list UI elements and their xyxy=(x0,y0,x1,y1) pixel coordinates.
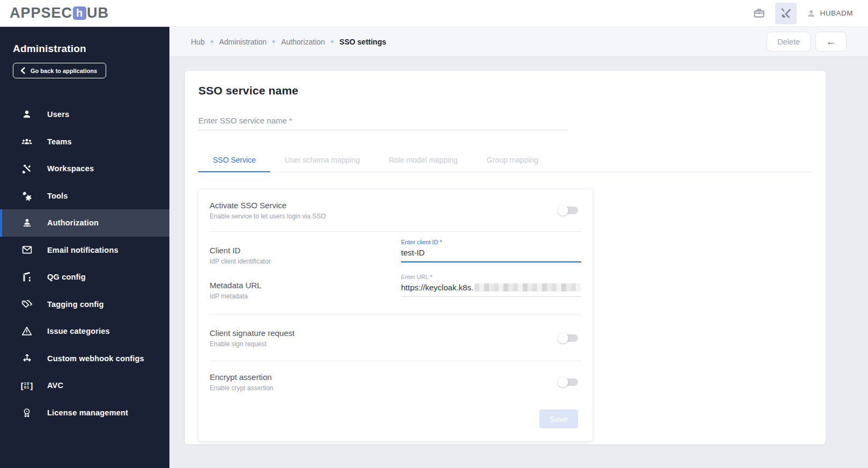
user-icon xyxy=(806,9,816,18)
sidebar-item-label: Workspaces xyxy=(47,164,94,173)
row-labels: Client signature request Enable sign req… xyxy=(210,328,294,348)
encrypt-assertion-toggle[interactable] xyxy=(559,377,578,387)
row-metadata-url: Metadata URL IdP metadata Enter URL * ht… xyxy=(198,268,592,315)
sso-card: SSO service name SSO Service User schema… xyxy=(185,71,826,444)
tab-sso-service[interactable]: SSO Service xyxy=(198,148,270,172)
sidebar-item-issue-categories[interactable]: Issue categories xyxy=(0,318,169,345)
sidebar-item-label: Tools xyxy=(47,192,68,200)
row-sublabel: Enable service to let users login via SS… xyxy=(210,213,326,220)
sidebar-menu: Users Teams Workspaces Tools xyxy=(0,101,169,426)
row-client-signature-request: Client signature request Enable sign req… xyxy=(198,315,592,361)
sidebar-item-tagging-config[interactable]: Tagging config xyxy=(0,291,169,318)
save-button[interactable]: Save xyxy=(539,410,578,428)
row-labels: Activate SSO Service Enable service to l… xyxy=(210,201,326,220)
sidebar-item-custom-webhook-configs[interactable]: Custom webhook configs xyxy=(0,345,169,372)
breadcrumb-authorization[interactable]: Authorization xyxy=(281,38,325,46)
metadata-url-underline xyxy=(401,296,581,297)
row-client-id: Client ID IdP client identificator Enter… xyxy=(198,232,592,268)
sidebar-item-tools[interactable]: Tools xyxy=(0,182,169,210)
back-arrow-icon: ← xyxy=(826,36,836,47)
breadcrumb-dot xyxy=(211,40,213,43)
redacted-url-blur xyxy=(474,283,581,291)
metadata-url-field: Enter URL * https://keycloak.k8s. xyxy=(401,274,581,297)
client-id-input[interactable]: test-ID xyxy=(401,245,581,261)
breadcrumb: Hub Administration Authorization SSO set… xyxy=(191,38,386,46)
sidebar-item-label: Teams xyxy=(47,137,72,146)
metadata-url-field-label: Enter URL * xyxy=(401,274,581,280)
sidebar-item-license-management[interactable]: License management xyxy=(0,399,169,427)
row-label: Encrypt assertion xyxy=(210,372,273,382)
sidebar-item-label: AVC xyxy=(47,381,63,390)
logo-prefix: APPSEC xyxy=(10,5,72,21)
delete-button[interactable]: Delete xyxy=(767,32,811,52)
sidebar-item-avc[interactable]: [1001] AVC xyxy=(0,372,169,399)
sidebar-item-label: License management xyxy=(47,408,128,417)
row-sublabel: Enable sign request xyxy=(210,340,294,348)
sidebar-item-workspaces[interactable]: Workspaces xyxy=(0,155,169,182)
go-back-to-applications-button[interactable]: Go back to applications xyxy=(13,63,106,78)
tools-icon[interactable] xyxy=(775,3,797,24)
sidebar-item-label: QG config xyxy=(47,273,86,281)
logo-suffix: UB xyxy=(87,5,109,21)
user-icon xyxy=(20,108,33,121)
tab-user-schema-mapping[interactable]: User schema mapping xyxy=(270,148,374,172)
envelope-icon xyxy=(20,244,33,257)
row-labels: Encrypt assertion Enable crypt assertion xyxy=(210,372,273,392)
sidebar: Administration Go back to applications U… xyxy=(0,27,169,468)
sidebar-item-users[interactable]: Users xyxy=(0,101,169,128)
sidebar-header: Administration Go back to applications xyxy=(0,27,169,78)
breadcrumb-hub[interactable]: Hub xyxy=(191,38,205,46)
sidebar-title: Administration xyxy=(13,43,157,55)
breadcrumb-dot xyxy=(331,40,333,43)
briefcase-icon[interactable] xyxy=(748,3,770,24)
logo-tile-letter: h xyxy=(76,7,83,19)
row-label: Activate SSO Service xyxy=(210,201,326,210)
breadcrumb-sso-settings: SSO settings xyxy=(339,38,386,46)
manage-account-icon xyxy=(20,216,33,229)
row-activate-sso-service: Activate SSO Service Enable service to l… xyxy=(198,189,592,231)
client-id-field-label: Enter client ID * xyxy=(401,239,581,245)
back-arrow-button[interactable]: ← xyxy=(815,32,847,52)
row-label: Metadata URL xyxy=(210,281,262,290)
row-sublabel: Enable crypt assertion xyxy=(210,384,273,392)
toggle-knob xyxy=(558,205,568,216)
breadcrumb-administration[interactable]: Administration xyxy=(219,38,267,46)
main-content: SSO service name SSO Service User schema… xyxy=(169,57,868,468)
sidebar-item-label: Issue categories xyxy=(47,327,110,335)
panel-footer: Save xyxy=(198,403,592,434)
metadata-url-value: https://keycloak.k8s. xyxy=(401,283,473,292)
breadcrumb-dot xyxy=(272,40,275,43)
sidebar-item-label: Tagging config xyxy=(47,300,104,309)
sidebar-item-authorization[interactable]: Authorization xyxy=(0,209,169,237)
row-labels: Client ID IdP client identificator xyxy=(210,246,271,265)
toggle-knob xyxy=(558,333,568,343)
row-label: Client signature request xyxy=(210,328,294,338)
sidebar-item-email-notifications[interactable]: Email notifications xyxy=(0,237,169,264)
sidebar-item-qg-config[interactable]: QG config xyxy=(0,264,169,291)
tab-role-model-mapping[interactable]: Role model mapping xyxy=(374,148,472,172)
row-sublabel: IdP client identificator xyxy=(210,258,271,265)
chevron-left-icon xyxy=(20,67,25,74)
tab-group-mapping[interactable]: Group mapping xyxy=(472,148,553,172)
row-label: Client ID xyxy=(210,246,271,255)
sidebar-item-label: Custom webhook configs xyxy=(47,354,144,363)
gate-icon xyxy=(20,270,33,283)
sso-service-name-input[interactable] xyxy=(198,113,567,130)
tab-bar: SSO Service User schema mapping Role mod… xyxy=(198,148,813,172)
page-actions: Delete ← xyxy=(767,32,847,52)
user-chip[interactable]: HUBADM xyxy=(806,9,853,18)
split-arrows-icon xyxy=(20,352,33,365)
client-id-underline xyxy=(401,261,581,262)
client-id-field: Enter client ID * test-ID xyxy=(401,239,581,262)
page-title: SSO service name xyxy=(198,84,298,97)
client-signature-toggle[interactable] xyxy=(559,333,578,343)
metadata-url-input[interactable]: https://keycloak.k8s. xyxy=(401,280,581,296)
warning-triangle-icon xyxy=(20,325,33,338)
username-label: HUBADM xyxy=(820,9,853,17)
binary-brackets-icon: [1001] xyxy=(20,379,33,392)
activate-sso-toggle[interactable] xyxy=(559,205,578,216)
crossed-tools-icon xyxy=(20,162,33,175)
sidebar-item-teams[interactable]: Teams xyxy=(0,128,169,156)
license-badge-icon xyxy=(20,406,33,419)
back-button-label: Go back to applications xyxy=(31,68,97,74)
